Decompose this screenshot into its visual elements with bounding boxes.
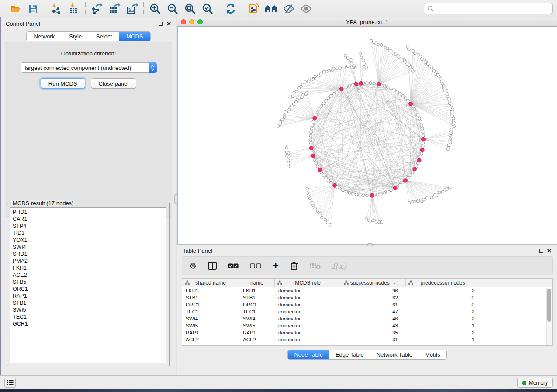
table-row[interactable]: TEC1TEC1connector472 <box>182 308 552 315</box>
close-panel-button[interactable]: Close panel <box>91 78 137 89</box>
mcds-result-node[interactable]: TID3 <box>10 230 166 237</box>
split-panel-button[interactable] <box>208 259 217 272</box>
mcds-node[interactable] <box>313 116 317 120</box>
mcds-node[interactable] <box>393 186 397 190</box>
export-image-button[interactable] <box>125 2 139 15</box>
column-header-predecessor-nodes[interactable]: predecessor nodes <box>406 279 480 287</box>
task-history-button[interactable] <box>4 378 16 388</box>
export-network-button[interactable] <box>90 2 104 15</box>
export-table-button[interactable] <box>107 2 121 15</box>
zoom-in-button[interactable] <box>148 2 162 15</box>
run-mcds-button[interactable]: Run MCDS <box>41 78 85 89</box>
table-tab-node-table[interactable]: Node Table <box>288 350 329 359</box>
table-scrollbar-thumb[interactable] <box>547 289 551 322</box>
open-file-button[interactable] <box>9 2 23 15</box>
mcds-node[interactable] <box>332 183 336 187</box>
table-options-button[interactable]: ⚙ <box>189 259 197 272</box>
tab-style[interactable]: Style <box>62 32 89 41</box>
mcds-result-node[interactable]: STP4 <box>10 223 166 230</box>
global-search[interactable] <box>424 3 553 14</box>
close-table-panel-icon[interactable]: ✕ <box>547 248 552 254</box>
zoom-selected-button[interactable] <box>201 2 214 15</box>
table-row[interactable]: SWI5SWI5connector431 <box>182 322 552 329</box>
mcds-node[interactable] <box>370 193 374 197</box>
network-from-selection-button[interactable] <box>247 2 261 15</box>
column-header-shared-name[interactable]: shared name <box>182 279 239 287</box>
table-tab-edge-table[interactable]: Edge Table <box>329 350 370 359</box>
mcds-node[interactable] <box>311 154 315 158</box>
cell-shared-name: ACE2 <box>182 337 239 342</box>
mcds-node[interactable] <box>354 82 358 86</box>
mcds-node[interactable] <box>421 137 425 141</box>
mcds-result-groupbox: MCDS result (17 nodes) PHD1CAR1STP4TID3Y… <box>7 203 170 366</box>
table-scrollbar[interactable] <box>546 288 552 345</box>
table-row[interactable]: ORC1ORC1dominator610 <box>182 301 552 308</box>
mcds-node[interactable] <box>417 158 421 162</box>
cell-name: SWI5 <box>239 323 275 328</box>
float-panel-icon[interactable] <box>159 22 163 26</box>
table-tab-motifs[interactable]: Motifs <box>419 350 446 359</box>
mcds-result-node[interactable]: FKH1 <box>10 265 166 272</box>
network-canvas[interactable] <box>177 27 557 244</box>
mcds-result-node[interactable]: PMA2 <box>10 258 166 265</box>
mcds-result-node[interactable]: TEC1 <box>10 313 166 320</box>
criterion-select[interactable]: largest connected component (undirected) <box>21 62 157 73</box>
mcds-node[interactable] <box>409 102 413 106</box>
hide-selected-button[interactable] <box>282 2 296 15</box>
table-row[interactable]: FKH1FKH1dominator962 <box>182 287 552 294</box>
mcds-result-node[interactable]: CAR1 <box>10 216 166 223</box>
save-session-button[interactable] <box>26 2 40 15</box>
table-row[interactable]: YOX1YOX1connector291 <box>182 343 552 346</box>
close-panel-icon[interactable]: ✕ <box>166 21 171 27</box>
mcds-result-node[interactable]: GCR1 <box>10 320 166 327</box>
mcds-node[interactable] <box>403 179 407 182</box>
table-row[interactable]: RAP1RAP1dominator352 <box>182 329 552 336</box>
search-input[interactable] <box>436 6 549 12</box>
table-tab-network-table[interactable]: Network Table <box>370 350 419 359</box>
table-row[interactable]: SWI4SWI4dominator462 <box>182 315 552 322</box>
mcds-result-node[interactable]: SRD1 <box>10 251 166 258</box>
mcds-node[interactable] <box>309 146 313 150</box>
float-table-panel-icon[interactable] <box>539 249 543 253</box>
import-network-button[interactable] <box>49 2 63 15</box>
first-neighbors-button[interactable] <box>264 2 278 15</box>
mcds-node[interactable] <box>318 168 322 172</box>
mcds-result-node[interactable]: RAP1 <box>10 292 166 299</box>
mcds-node[interactable] <box>420 148 424 152</box>
mcds-list-scrollbar[interactable] <box>161 208 166 362</box>
column-header-name[interactable]: name <box>239 279 275 287</box>
select-all-button[interactable] <box>228 259 239 272</box>
mcds-result-node[interactable]: STB5 <box>10 279 166 285</box>
mcds-result-node[interactable]: YOX1 <box>10 237 166 244</box>
mcds-result-node[interactable]: STB1 <box>10 299 166 306</box>
mcds-result-list[interactable]: PHD1CAR1STP4TID3YOX1SWI4SRD1PMA2FKH1ACE2… <box>10 207 166 363</box>
tab-select[interactable]: Select <box>89 32 119 41</box>
mcds-result-node[interactable]: SWI4 <box>10 244 166 251</box>
table-panel-drag-handle[interactable] <box>367 243 373 246</box>
delete-column-button[interactable] <box>290 259 298 272</box>
mcds-node[interactable] <box>377 82 381 86</box>
table-row[interactable]: STB1STB1dominator620 <box>182 294 552 301</box>
tab-mcds[interactable]: MCDS <box>119 32 150 41</box>
refresh-layout-button[interactable] <box>224 2 238 15</box>
column-header-successor-nodes[interactable]: successor nodes⌄ <box>341 279 406 287</box>
mcds-node[interactable] <box>413 167 417 171</box>
mcds-node[interactable] <box>339 87 343 91</box>
mcds-result-node[interactable]: PHD1 <box>10 209 166 216</box>
mcds-result-node[interactable]: ORC1 <box>10 285 166 292</box>
mcds-result-node[interactable]: ACE2 <box>10 272 166 279</box>
add-column-button[interactable]: + <box>273 259 279 272</box>
table-row[interactable]: ACE2ACE2connector311 <box>182 336 552 343</box>
deselect-all-button[interactable] <box>250 259 261 272</box>
zoom-out-button[interactable] <box>166 2 180 15</box>
mcds-node[interactable] <box>359 81 363 85</box>
desktop-wallpaper-strip <box>0 389 557 392</box>
zoom-fit-button[interactable] <box>183 2 197 15</box>
memory-button[interactable]: Memory <box>517 378 553 388</box>
column-header-MCDS-role[interactable]: MCDS role <box>275 279 341 287</box>
show-all-button[interactable] <box>299 2 313 15</box>
mcds-result-node[interactable]: SWI5 <box>10 306 166 313</box>
tab-network[interactable]: Network <box>27 32 62 41</box>
cell-name: TEC1 <box>239 309 275 314</box>
import-table-button[interactable] <box>67 2 81 15</box>
